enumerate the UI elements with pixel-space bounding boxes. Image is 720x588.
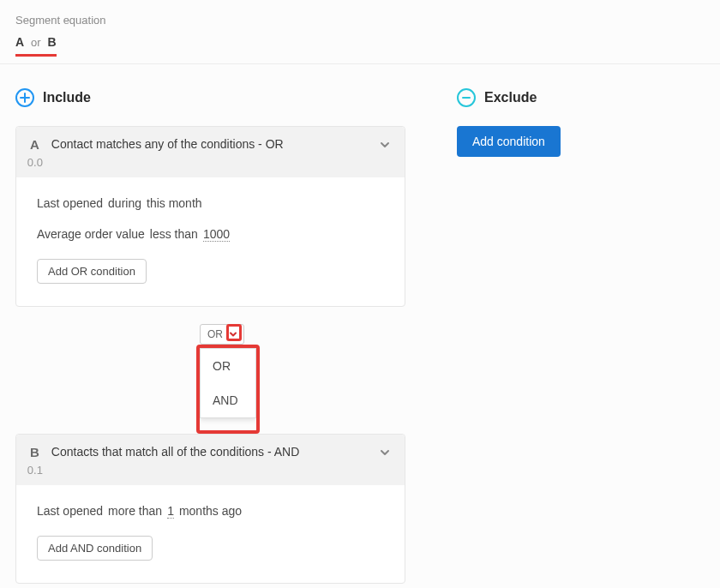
exclude-title: Exclude bbox=[484, 90, 537, 105]
joiner-chip[interactable]: OR bbox=[200, 324, 244, 345]
group-header-a[interactable]: A Contact matches any of the conditions … bbox=[16, 127, 405, 177]
add-or-condition-button[interactable]: Add OR condition bbox=[37, 259, 147, 284]
group-letter: A bbox=[30, 137, 39, 152]
equation-part-a: A bbox=[15, 35, 24, 49]
cond-value[interactable]: 1 bbox=[167, 504, 174, 519]
cond-field[interactable]: Last opened bbox=[37, 196, 103, 210]
equation-part-b: B bbox=[47, 35, 56, 49]
exclude-remove-icon[interactable] bbox=[457, 88, 476, 107]
joiner-current: OR bbox=[207, 328, 223, 340]
cond-op[interactable]: during bbox=[108, 196, 141, 210]
chevron-down-icon bbox=[226, 327, 240, 341]
chevron-down-icon[interactable] bbox=[379, 445, 391, 461]
cond-field[interactable]: Average order value bbox=[37, 227, 145, 241]
cond-op[interactable]: less than bbox=[150, 227, 198, 241]
group-letter: B bbox=[30, 445, 39, 459]
equation-or: or bbox=[31, 36, 41, 49]
include-title: Include bbox=[43, 90, 91, 105]
group-card-a: A Contact matches any of the conditions … bbox=[15, 126, 405, 307]
cond-op[interactable]: more than bbox=[108, 504, 162, 518]
group-card-b: B Contacts that match all of the conditi… bbox=[15, 434, 405, 584]
cond-value[interactable]: this month bbox=[147, 196, 202, 210]
segment-equation-row: A or B bbox=[15, 35, 57, 57]
condition-row: Average order value less than 1000 bbox=[37, 227, 384, 242]
joiner-option-or[interactable]: OR bbox=[201, 349, 255, 383]
cond-value[interactable]: 1000 bbox=[203, 227, 230, 242]
add-and-condition-button[interactable]: Add AND condition bbox=[37, 536, 153, 561]
chevron-down-icon[interactable] bbox=[379, 137, 391, 153]
segment-equation-label: Segment equation bbox=[15, 14, 705, 27]
group-title: Contacts that match all of the condition… bbox=[51, 445, 367, 459]
group-header-b[interactable]: B Contacts that match all of the conditi… bbox=[16, 435, 405, 485]
joiner-dropdown: OR AND bbox=[200, 348, 256, 418]
add-exclude-condition-button[interactable]: Add condition bbox=[457, 126, 561, 157]
group-title: Contact matches any of the conditions - … bbox=[51, 137, 367, 151]
condition-row: Last opened more than 1 months ago bbox=[37, 504, 384, 519]
condition-row: Last opened during this month bbox=[37, 196, 384, 210]
group-sub: 0.1 bbox=[27, 464, 367, 477]
cond-field[interactable]: Last opened bbox=[37, 504, 103, 518]
group-sub: 0.0 bbox=[27, 156, 367, 169]
joiner-option-and[interactable]: AND bbox=[201, 383, 255, 417]
cond-suffix: months ago bbox=[179, 504, 242, 518]
include-add-icon[interactable] bbox=[15, 88, 34, 107]
